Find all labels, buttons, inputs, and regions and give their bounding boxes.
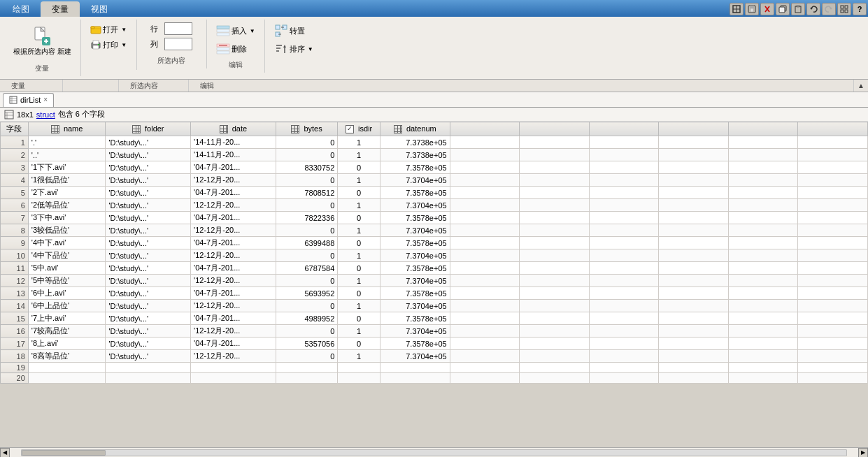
cell-name[interactable]: '.': [28, 136, 106, 149]
cell-datenum[interactable]: 7.3704e+05: [380, 249, 450, 262]
cell-date[interactable]: '04-7月-201...: [191, 212, 276, 224]
cell-date[interactable]: [191, 363, 276, 373]
print-button[interactable]: 打印 ▼: [87, 38, 130, 52]
cell-datenum[interactable]: 7.3578e+05: [380, 287, 450, 300]
cell-datenum[interactable]: 7.3704e+05: [380, 325, 450, 338]
cell-datenum[interactable]: 7.3578e+05: [380, 312, 450, 325]
cell-isdir[interactable]: 0: [338, 212, 380, 224]
cell-isdir[interactable]: [338, 373, 380, 384]
cell-datenum[interactable]: [380, 363, 450, 373]
cell-bytes[interactable]: 0: [276, 136, 337, 149]
cell-isdir[interactable]: 1: [338, 300, 380, 312]
table-row[interactable]: 14'6中上品位''D:\study\...''12-12月-20...017.…: [1, 300, 868, 312]
cell-folder[interactable]: 'D:\study\...': [106, 300, 191, 312]
cell-folder[interactable]: [106, 363, 191, 373]
cell-bytes[interactable]: 0: [276, 249, 337, 262]
cell-isdir[interactable]: 0: [338, 237, 380, 249]
cell-bytes[interactable]: [276, 363, 337, 373]
col-header-datenum[interactable]: datenum: [380, 122, 450, 136]
tb-icon-grid[interactable]: [837, 3, 851, 15]
cell-bytes[interactable]: 0: [276, 174, 337, 187]
cell-name[interactable]: '8上.avi': [28, 338, 106, 350]
table-row[interactable]: 5'2下.avi''D:\study\...''04-7月-201...7808…: [1, 187, 868, 199]
tab-variable[interactable]: 变量: [41, 1, 80, 17]
var-tab-close-btn[interactable]: ×: [43, 96, 48, 103]
col-header-bytes[interactable]: bytes: [276, 122, 337, 136]
new-button[interactable]: 根据所选内容 新建: [10, 22, 75, 58]
cell-date[interactable]: '12-12月-20...: [191, 174, 276, 187]
cell-name[interactable]: '6中上品位': [28, 300, 106, 312]
cell-datenum[interactable]: 7.3704e+05: [380, 224, 450, 237]
cell-name[interactable]: [28, 373, 106, 384]
cell-datenum[interactable]: 7.3704e+05: [380, 174, 450, 187]
cell-isdir[interactable]: 1: [338, 249, 380, 262]
table-row[interactable]: 8'3较低品位''D:\study\...''12-12月-20...017.3…: [1, 224, 868, 237]
cell-date[interactable]: '04-7月-201...: [191, 161, 276, 174]
cell-isdir[interactable]: 1: [338, 149, 380, 161]
cell-date[interactable]: '14-11月-20...: [191, 149, 276, 161]
cell-name[interactable]: '4中下.avi': [28, 237, 106, 249]
horizontal-scrollbar[interactable]: ◀ ▶: [0, 447, 868, 457]
cell-name[interactable]: '4中下品位': [28, 249, 106, 262]
table-row[interactable]: 17'8上.avi''D:\study\...''04-7月-201...535…: [1, 338, 868, 350]
cell-datenum[interactable]: 7.3704e+05: [380, 199, 450, 212]
cell-datenum[interactable]: 7.3738e+05: [380, 149, 450, 161]
table-row[interactable]: 6'2低等品位''D:\study\...''12-12月-20...017.3…: [1, 199, 868, 212]
cell-bytes[interactable]: 0: [276, 149, 337, 161]
tb-icon-paste[interactable]: [791, 3, 805, 15]
cell-isdir[interactable]: 0: [338, 338, 380, 350]
table-row[interactable]: 7'3下中.avi''D:\study\...''04-7月-201...782…: [1, 212, 868, 224]
cell-date[interactable]: '12-12月-20...: [191, 325, 276, 338]
cell-folder[interactable]: 'D:\study\...': [106, 350, 191, 363]
cell-date[interactable]: '12-12月-20...: [191, 300, 276, 312]
cell-date[interactable]: '04-7月-201...: [191, 312, 276, 325]
cell-folder[interactable]: 'D:\study\...': [106, 187, 191, 199]
cell-datenum[interactable]: [380, 373, 450, 384]
tb-icon-save[interactable]: [745, 3, 759, 15]
cell-name[interactable]: [28, 363, 106, 373]
collapse-toolbar[interactable]: ▲: [854, 82, 868, 89]
row-input[interactable]: [164, 22, 192, 35]
cell-isdir[interactable]: 1: [338, 275, 380, 287]
insert-button[interactable]: 插入 ▼: [213, 22, 259, 39]
cell-date[interactable]: '14-11月-20...: [191, 136, 276, 149]
cell-date[interactable]: '04-7月-201...: [191, 338, 276, 350]
cell-name[interactable]: '3较低品位': [28, 224, 106, 237]
cell-isdir[interactable]: 1: [338, 325, 380, 338]
cell-name[interactable]: '2下.avi': [28, 187, 106, 199]
cell-folder[interactable]: 'D:\study\...': [106, 237, 191, 249]
tb-icon-cut[interactable]: [760, 3, 774, 15]
table-row[interactable]: 20: [1, 373, 868, 384]
var-tab-dirlist[interactable]: dirList ×: [3, 93, 54, 107]
table-row[interactable]: 15'7上中.avi''D:\study\...''04-7月-201...49…: [1, 312, 868, 325]
cell-isdir[interactable]: 1: [338, 136, 380, 149]
cell-folder[interactable]: 'D:\study\...': [106, 312, 191, 325]
cell-bytes[interactable]: 0: [276, 300, 337, 312]
cell-isdir[interactable]: 0: [338, 312, 380, 325]
cell-folder[interactable]: 'D:\study\...': [106, 287, 191, 300]
cell-bytes[interactable]: [276, 373, 337, 384]
cell-name[interactable]: '5中等品位': [28, 275, 106, 287]
cell-bytes[interactable]: 0: [276, 224, 337, 237]
cell-datenum[interactable]: 7.3738e+05: [380, 136, 450, 149]
table-row[interactable]: 12'5中等品位''D:\study\...''12-12月-20...017.…: [1, 275, 868, 287]
table-row[interactable]: 1'.''D:\study\...''14-11月-20...017.3738e…: [1, 136, 868, 149]
cell-bytes[interactable]: 7822336: [276, 212, 337, 224]
cell-datenum[interactable]: 7.3704e+05: [380, 275, 450, 287]
cell-folder[interactable]: 'D:\study\...': [106, 161, 191, 174]
info-type-link[interactable]: struct: [36, 110, 55, 119]
table-row[interactable]: 9'4中下.avi''D:\study\...''04-7月-201...639…: [1, 237, 868, 249]
open-button[interactable]: 打开 ▼: [87, 22, 130, 36]
table-row[interactable]: 10'4中下品位''D:\study\...''12-12月-20...017.…: [1, 249, 868, 262]
cell-datenum[interactable]: 7.3578e+05: [380, 237, 450, 249]
cell-bytes[interactable]: 0: [276, 325, 337, 338]
tab-drawing[interactable]: 绘图: [1, 1, 41, 17]
cell-date[interactable]: '12-12月-20...: [191, 275, 276, 287]
scroll-thumb[interactable]: [22, 450, 106, 456]
table-row[interactable]: 4'1很低品位''D:\study\...''12-12月-20...017.3…: [1, 174, 868, 187]
col-header-isdir[interactable]: isdir: [338, 122, 380, 136]
table-row[interactable]: 13'6中上.avi''D:\study\...''04-7月-201...56…: [1, 287, 868, 300]
table-row[interactable]: 3'1下下.avi''D:\study\...''04-7月-201...833…: [1, 161, 868, 174]
table-row[interactable]: 18'8高等品位''D:\study\...''12-12月-20...017.…: [1, 350, 868, 363]
cell-isdir[interactable]: 0: [338, 287, 380, 300]
